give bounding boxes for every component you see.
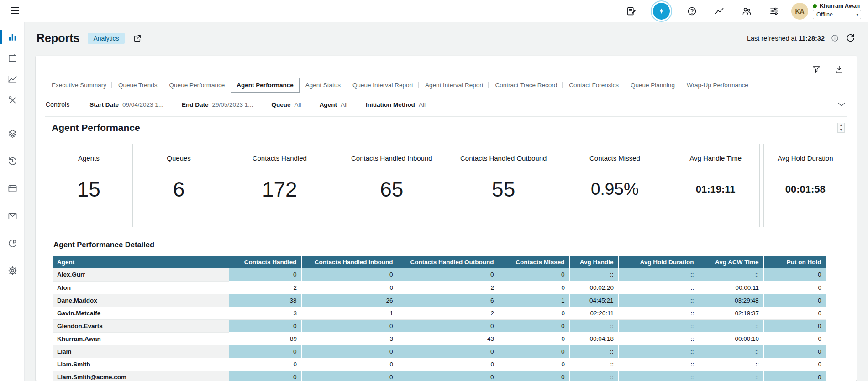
value-cell: :: [699,345,763,358]
filter-value: 29/05/2023 1... [212,101,253,108]
column-header-agent[interactable]: Agent [53,256,229,268]
stepper-up-icon: ▲ [839,123,843,128]
chevron-down-icon: ▾ [856,12,858,17]
table-row[interactable]: Glendon.Evarts0000::::::0 [53,319,826,332]
flash-icon[interactable] [653,3,670,20]
tab-queue-performance[interactable]: Queue Performance [163,78,231,93]
value-cell: 3 [301,332,398,345]
column-header-contacts-missed[interactable]: Contacts Missed [499,256,569,268]
table-row[interactable]: Alex.Gurr0000::::::0 [53,268,826,281]
column-header-put-on-hold[interactable]: Put on Hold [763,256,826,268]
users-icon[interactable] [741,6,752,17]
filter-label: Initiation Method [366,101,415,108]
filter-queue[interactable]: QueueAll [272,101,301,108]
chevron-down-icon[interactable] [836,99,847,110]
line-chart-icon [7,74,18,84]
value-cell: 2 [229,281,301,294]
sidebar-item-metrics[interactable] [0,73,24,85]
table-title: Agent Performance Detailed [53,240,840,249]
agent-name-cell: Liam.Smith@acme.com [53,371,229,381]
kpi-label: Contacts Handled Inbound [351,154,432,162]
table-row[interactable]: Gavin.Metcalfe312002:20:11::02:19:370 [53,307,826,319]
kpi-row: Agents15Queues6Contacts Handled172Contac… [45,144,847,227]
tools-icon [7,95,18,105]
filter-initiation-method[interactable]: Initiation MethodAll [366,101,426,108]
sidebar-item-tools[interactable] [0,94,24,106]
value-cell: 0 [499,319,569,332]
metrics-icon[interactable] [714,6,725,17]
filter-label: Queue [272,101,291,108]
sidebar-item-calendar[interactable] [0,52,24,64]
sidebar-item-layers[interactable] [0,127,24,140]
sidebar-item-settings[interactable] [0,264,24,277]
tab-queue-planning[interactable]: Queue Planning [625,78,681,93]
filter-agent[interactable]: AgentAll [320,101,347,108]
info-icon[interactable] [831,34,839,42]
filter-value: 09/04/2023 1... [122,101,163,108]
table-row[interactable]: Liam.Smith0000::::::0 [53,358,826,371]
filter-icon[interactable] [812,65,821,74]
table-row[interactable]: Khurram.Awan89343000:04:18::00:00:100 [53,332,826,345]
help-icon[interactable] [686,6,697,17]
column-header-contacts-handled-inbound[interactable]: Contacts Handled Inbound [301,256,398,268]
tab-executive-summary[interactable]: Executive Summary [46,78,112,93]
column-header-avg-hold-duration[interactable]: Avg Hold Duration [618,256,699,268]
filter-end-date[interactable]: End Date29/05/2023 1... [182,101,253,108]
scroll-stepper[interactable]: ▲▼ [837,123,845,133]
tab-contract-trace-record[interactable]: Contract Trace Record [489,78,563,93]
tab-agent-status[interactable]: Agent Status [300,78,347,93]
notes-icon[interactable] [626,6,637,17]
table-row[interactable]: Dane.Maddox38266104:45:21::03:29:480 [53,294,826,307]
external-link-icon[interactable] [133,34,142,43]
agent-status-select[interactable]: Offline ▾ [813,10,861,19]
value-cell: 00:02:20 [569,281,618,294]
table-row[interactable]: Liam0000::::::0 [53,345,826,358]
hamburger-menu-button[interactable] [8,3,22,19]
tab-agent-performance[interactable]: Agent Performance [231,78,300,93]
filter-start-date[interactable]: Start Date09/04/2023 1... [89,101,163,108]
value-cell: :: [618,332,699,345]
column-header-avg-handle[interactable]: Avg Handle [569,256,618,268]
value-cell: 0 [499,268,569,281]
refresh-icon[interactable] [845,33,856,43]
tab-contact-forensics[interactable]: Contact Forensics [563,78,625,93]
value-cell: 04:45:21 [569,294,618,307]
tab-agent-interval-report[interactable]: Agent Interval Report [419,78,489,93]
agent-name-cell: Alex.Gurr [53,268,229,281]
tab-queue-trends[interactable]: Queue Trends [112,78,163,93]
dashboard: Agent Performance ▲▼ Agents15Queues6Cont… [45,116,847,381]
mail-icon [7,211,18,221]
column-header-contacts-handled[interactable]: Contacts Handled [229,256,301,268]
sidebar [0,22,25,381]
value-cell: 6 [398,294,499,307]
value-cell: 0 [763,268,826,281]
tab-wrap-up-performance[interactable]: Wrap-Up Performance [681,78,754,93]
table-row[interactable]: Alon202000:02:20::00:00:110 [53,281,826,294]
value-cell: 0 [763,345,826,358]
avatar[interactable]: KA [791,3,808,20]
sidebar-item-pie-chart[interactable] [0,237,24,250]
sidebar-item-reports[interactable] [0,31,24,43]
value-cell: 0 [301,281,398,294]
kpi-label: Avg Handle Time [689,154,742,162]
gear-icon [7,266,18,276]
column-header-contacts-handled-outbound[interactable]: Contacts Handled Outbound [398,256,499,268]
download-icon[interactable] [835,65,844,74]
value-cell: 0 [499,281,569,294]
sidebar-item-window[interactable] [0,182,24,195]
value-cell: 38 [229,294,301,307]
sidebar-item-mail[interactable] [0,209,24,222]
agent-name-cell: Liam.Smith [53,358,229,371]
window-icon [7,183,18,194]
tab-queue-interval-report[interactable]: Queue Interval Report [347,78,419,93]
value-cell: 0 [301,358,398,371]
avatar-initials: KA [795,8,804,15]
value-cell: :: [618,371,699,381]
sidebar-item-history[interactable] [0,155,24,167]
kpi-label: Agents [78,154,100,162]
column-header-avg-acw-time[interactable]: Avg ACW Time [699,256,763,268]
topbar-icon-group [626,3,779,20]
sliders-icon[interactable] [768,6,779,17]
history-icon [7,156,18,167]
table-row[interactable]: Liam.Smith@acme.com0000::::::0 [53,371,826,381]
